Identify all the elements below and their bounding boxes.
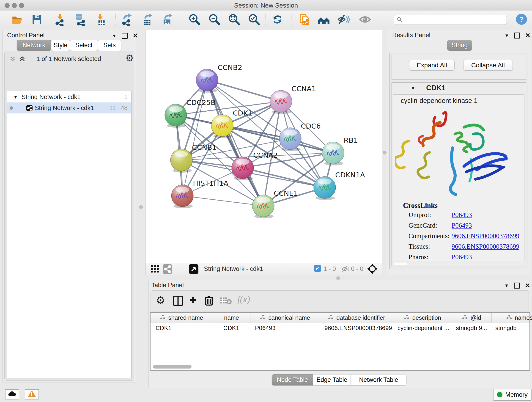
right-splitter-handle[interactable] (383, 151, 386, 154)
expand-all-networks-icon[interactable] (19, 56, 26, 63)
share-network-icon[interactable] (163, 264, 172, 274)
search-input[interactable] (394, 15, 507, 25)
open-session-icon[interactable] (11, 13, 23, 26)
refresh-icon[interactable] (271, 13, 284, 26)
delete-table-icon[interactable] (220, 297, 232, 306)
node-RB1[interactable]: RB1 (322, 136, 358, 166)
column-header-@id[interactable]: @id (452, 313, 492, 323)
float-panel-icon[interactable] (514, 32, 520, 38)
table-header-row: shared namenamecanonical namedatabase id… (151, 313, 530, 323)
column-header-canonical-name[interactable]: canonical name (250, 313, 320, 323)
birdseye-view-icon[interactable] (367, 264, 378, 275)
help-button[interactable]: ? (516, 14, 527, 25)
table-cell[interactable]: cyclin-dependent ... (393, 323, 451, 333)
string-home-icon[interactable] (317, 13, 330, 26)
crosslink-link[interactable]: P06493 (452, 222, 472, 229)
import-network-icon[interactable] (54, 13, 66, 26)
edge-HIST1H1A-CCNE1[interactable] (182, 196, 263, 206)
import-network-from-database-icon[interactable] (74, 13, 86, 26)
expand-all-button[interactable]: Expand All (409, 60, 455, 70)
close-panel-icon[interactable]: ✕ (525, 33, 530, 38)
collapse-all-button[interactable]: Collapse All (463, 60, 513, 70)
crosslink-link[interactable]: P06493 (452, 211, 472, 219)
zoom-selected-icon[interactable] (248, 13, 260, 26)
save-session-icon[interactable] (31, 13, 43, 26)
column-header-name[interactable]: name (213, 313, 250, 323)
network-canvas[interactable]: CCNB2CCNA1CDC25BCDK1CDC6RB1CCNB1CCNA2CDK… (146, 30, 382, 263)
hide-selected-icon[interactable] (337, 13, 350, 26)
column-header-shared-name[interactable]: shared name (151, 313, 213, 323)
show-all-icon[interactable] (359, 13, 371, 26)
table-cell[interactable]: P06493 (250, 323, 319, 333)
cloud-status-icon[interactable] (5, 389, 19, 400)
selected-checkbox-icon[interactable]: ✔ (314, 265, 321, 272)
table-hscrollbar[interactable] (153, 365, 191, 369)
gene-section-header[interactable]: ▼ CDK1 (392, 83, 526, 94)
table-row[interactable]: CDK1CDK1P064939606.ENSP00000378699cyclin… (151, 323, 530, 333)
share-documents-icon[interactable] (298, 13, 311, 26)
node-CCNA1[interactable]: CCNA1 (270, 85, 316, 114)
collection-expand-icon[interactable]: ▼ (13, 95, 18, 100)
crosslink-label: GeneCard: (409, 222, 437, 229)
export-image-icon[interactable] (162, 13, 174, 26)
tab-style[interactable]: Style (51, 40, 70, 51)
network-collection-row[interactable]: ▼ String Network - cdk1 1 (7, 91, 131, 102)
crosslink-link[interactable]: 9606.ENSP00000378699 (452, 243, 519, 250)
tab-sets[interactable]: Sets (98, 40, 121, 51)
column-header-namespace[interactable]: namespace (492, 313, 532, 323)
close-panel-icon[interactable]: ✕ (525, 283, 530, 288)
warning-status-icon[interactable] (25, 389, 39, 400)
collapse-panel-icon[interactable]: ▼ (505, 33, 509, 38)
network-row[interactable]: String Network - cdk1 11 48 (7, 102, 131, 114)
table-cell[interactable]: stringdb:9... (451, 323, 490, 333)
float-panel-icon[interactable] (514, 283, 520, 288)
collapse-all-networks-icon[interactable] (9, 56, 16, 63)
tab-string[interactable]: String (447, 40, 472, 51)
hidden-eye-icon[interactable] (341, 266, 350, 274)
node-HIST1H1A[interactable]: HIST1H1A (171, 179, 228, 208)
network-options-gear-icon[interactable]: ⚙ (126, 53, 134, 63)
node-CCNE1[interactable]: CCNE1 (252, 189, 298, 218)
node-CDKN1A[interactable]: CDKN1A (314, 171, 365, 200)
bottom-splitter-handle[interactable] (336, 276, 340, 280)
export-network-icon[interactable] (121, 13, 133, 26)
crosslink-link[interactable]: 9606.ENSP00000378699 (452, 232, 519, 240)
left-splitter-handle[interactable] (139, 205, 143, 209)
control-panel: Control Panel ▼ ✕ NetworkStyleSelectSets… (2, 30, 136, 383)
table-cell[interactable]: 9606.ENSP00000378699 (319, 323, 393, 333)
show-columns-icon[interactable] (173, 296, 183, 307)
import-table-icon[interactable] (95, 13, 107, 26)
function-builder-icon[interactable]: f(x) (237, 294, 250, 305)
tab-select[interactable]: Select (70, 40, 98, 51)
tab-network[interactable]: Network (17, 40, 51, 51)
tab-edge-table[interactable]: Edge Table (313, 374, 351, 385)
crosslink-link[interactable]: P06493 (452, 253, 472, 261)
zoom-in-icon[interactable] (188, 13, 201, 26)
collapse-panel-icon[interactable]: ▼ (112, 33, 117, 38)
network-list-group: 1 of 1 Network selected ⚙ ▼ String Netwo… (4, 51, 134, 381)
table-cell[interactable]: CDK1 (213, 323, 250, 333)
column-header-description[interactable]: description (393, 313, 452, 323)
tab-node-table[interactable]: Node Table (272, 374, 313, 385)
float-panel-icon[interactable] (122, 33, 128, 39)
column-header-database-identifier[interactable]: database identifier (320, 313, 393, 323)
delete-column-icon[interactable] (204, 295, 214, 307)
export-table-icon[interactable] (142, 13, 154, 26)
section-expand-icon[interactable]: ▼ (411, 85, 416, 91)
memory-button[interactable]: Memory (493, 389, 532, 401)
edge-CCNB2-CCNA1[interactable] (207, 80, 281, 101)
results-hscrollbar[interactable] (394, 262, 407, 265)
tab-network-table[interactable]: Network Table (351, 374, 406, 385)
add-column-icon[interactable]: + (189, 293, 197, 306)
zoom-fit-icon[interactable] (228, 13, 240, 26)
grid-view-icon[interactable] (151, 265, 159, 274)
table-cell[interactable]: CDK1 (151, 323, 213, 333)
collapse-panel-icon[interactable]: ▼ (504, 283, 509, 288)
zoom-out-icon[interactable] (208, 13, 221, 26)
close-panel-icon[interactable]: ✕ (133, 33, 138, 38)
crosslink-row: Compartments:9606.ENSP00000378699 (393, 232, 524, 243)
table-cell[interactable]: stringdb (490, 323, 532, 333)
open-in-new-window-icon[interactable] (189, 264, 198, 274)
table-options-gear-icon[interactable]: ⚙ (156, 294, 165, 306)
edge-CCNB2-HIST1H1A[interactable] (182, 80, 207, 196)
